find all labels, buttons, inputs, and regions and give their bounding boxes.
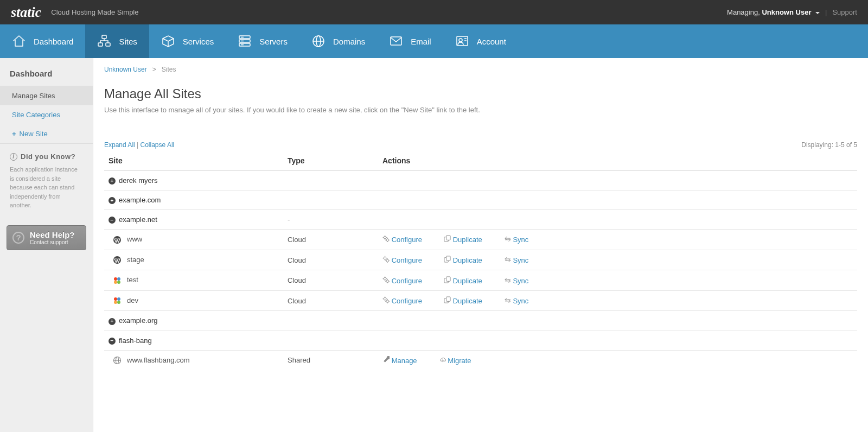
sync-link[interactable]: Sync xyxy=(513,277,528,285)
group-name: example.com xyxy=(119,196,161,204)
duplicate-link[interactable]: Duplicate xyxy=(453,277,482,285)
site-row: www.flashbang.comShared Manage Migrate xyxy=(104,350,857,370)
cogs-icon xyxy=(382,296,390,303)
box-icon xyxy=(161,34,175,48)
collapse-all-link[interactable]: Collapse All xyxy=(141,141,175,149)
sidebar-heading: Dashboard xyxy=(0,58,93,86)
expand-icon[interactable]: + xyxy=(108,197,116,204)
site-type: Cloud xyxy=(283,250,378,270)
site-row: wwwCloud Configure Duplicate Sync xyxy=(104,230,857,250)
group-name: example.org xyxy=(119,316,158,325)
group-row[interactable]: −flash-bang xyxy=(104,331,857,350)
site-row: stageCloud Configure Duplicate Sync xyxy=(104,250,857,270)
expand-all-link[interactable]: Expand All xyxy=(104,141,135,149)
plus-icon: + xyxy=(12,130,16,138)
site-name: www.flashbang.com xyxy=(127,356,190,364)
configure-link[interactable]: Configure xyxy=(392,277,422,285)
sync-icon xyxy=(504,235,511,242)
sidebar-manage-sites[interactable]: Manage Sites xyxy=(0,86,93,105)
sync-link[interactable]: Sync xyxy=(513,256,528,264)
nav-email[interactable]: Email xyxy=(377,24,443,58)
site-type: Shared xyxy=(283,350,378,370)
nav-domains[interactable]: Domains xyxy=(299,24,377,58)
site-type: Cloud xyxy=(283,230,378,250)
cogs-icon xyxy=(382,235,390,242)
duplicate-link[interactable]: Duplicate xyxy=(453,256,482,264)
globe-icon xyxy=(311,34,326,48)
duplicate-icon xyxy=(444,276,451,283)
account-icon xyxy=(455,34,469,48)
main-nav: Dashboard Sites Services Servers Domains… xyxy=(0,24,868,58)
page-title: Manage All Sites xyxy=(104,86,857,101)
configure-link[interactable]: Configure xyxy=(392,256,422,264)
info-icon: i xyxy=(10,153,17,161)
displaying-count: Displaying: 1-5 of 5 xyxy=(801,141,857,149)
duplicate-link[interactable]: Duplicate xyxy=(453,297,482,305)
sidebar-new-site[interactable]: +New Site xyxy=(0,124,93,143)
group-row[interactable]: +example.com xyxy=(104,190,857,210)
site-name: dev xyxy=(127,296,138,304)
need-help-button[interactable]: ? Need Help? Contact support xyxy=(7,225,86,250)
site-name: www xyxy=(127,235,142,243)
duplicate-icon xyxy=(444,235,451,242)
nav-services[interactable]: Services xyxy=(149,24,226,58)
top-header: static Cloud Hosting Made Simple Managin… xyxy=(0,0,868,24)
expand-icon[interactable]: + xyxy=(108,318,116,325)
managing-user-dropdown[interactable]: Managing, Unknown User xyxy=(727,8,820,16)
page-description: Use this interface to manage all of your… xyxy=(104,106,857,114)
sync-link[interactable]: Sync xyxy=(513,297,528,305)
migrate-link[interactable]: Migrate xyxy=(448,357,471,365)
group-name: example.net xyxy=(119,215,157,224)
header-site: Site xyxy=(104,151,283,171)
breadcrumb: Unknown User > Sites xyxy=(104,66,857,73)
globe-icon xyxy=(113,356,122,365)
cogs-icon xyxy=(382,256,390,263)
breadcrumb-current: Sites xyxy=(162,66,176,73)
collapse-icon[interactable]: − xyxy=(108,338,116,345)
sync-link[interactable]: Sync xyxy=(513,236,528,244)
nav-servers[interactable]: Servers xyxy=(226,24,299,58)
expand-icon[interactable]: + xyxy=(108,177,116,185)
group-row[interactable]: −example.net- xyxy=(104,210,857,230)
nav-account[interactable]: Account xyxy=(443,24,518,58)
did-you-know: i Did you Know? Each application instanc… xyxy=(0,144,93,219)
sync-icon xyxy=(504,296,511,303)
site-type: Cloud xyxy=(283,270,378,291)
configure-link[interactable]: Configure xyxy=(392,297,422,305)
header-actions: Actions xyxy=(378,151,857,171)
nav-dashboard[interactable]: Dashboard xyxy=(0,24,85,58)
sites-table: Site Type Actions +derek myers+example.c… xyxy=(104,151,857,370)
breadcrumb-user-link[interactable]: Unknown User xyxy=(104,66,147,73)
help-icon: ? xyxy=(12,232,24,244)
cloud-icon xyxy=(439,356,446,363)
group-row[interactable]: +derek myers xyxy=(104,171,857,190)
did-you-know-text: Each application instance is considered … xyxy=(10,165,83,210)
configure-link[interactable]: Configure xyxy=(392,236,422,244)
main-content: Unknown User > Sites Manage All Sites Us… xyxy=(93,58,868,432)
logo: static xyxy=(11,4,41,21)
sync-icon xyxy=(504,256,511,263)
header-type: Type xyxy=(283,151,378,171)
sidebar-site-categories[interactable]: Site Categories xyxy=(0,105,93,124)
wrench-icon xyxy=(382,356,390,363)
site-name: test xyxy=(127,276,138,284)
servers-icon xyxy=(238,34,252,48)
joomla-icon xyxy=(113,296,122,305)
expand-collapse-controls: Expand All | Collapse All xyxy=(104,141,174,149)
group-name: flash-bang xyxy=(119,336,152,345)
duplicate-icon xyxy=(444,256,451,263)
site-row: devCloud Configure Duplicate Sync xyxy=(104,290,857,311)
duplicate-link[interactable]: Duplicate xyxy=(453,236,482,244)
email-icon xyxy=(389,34,403,48)
site-type: Cloud xyxy=(283,290,378,311)
group-row[interactable]: +example.org xyxy=(104,311,857,331)
nav-sites[interactable]: Sites xyxy=(85,24,149,58)
duplicate-icon xyxy=(444,296,451,303)
site-row: testCloud Configure Duplicate Sync xyxy=(104,270,857,291)
wordpress-icon xyxy=(113,236,122,244)
support-link[interactable]: Support xyxy=(832,8,857,16)
site-name: stage xyxy=(127,256,144,264)
group-name: derek myers xyxy=(119,176,158,185)
collapse-icon[interactable]: − xyxy=(108,217,116,224)
manage-link[interactable]: Manage xyxy=(392,357,417,365)
